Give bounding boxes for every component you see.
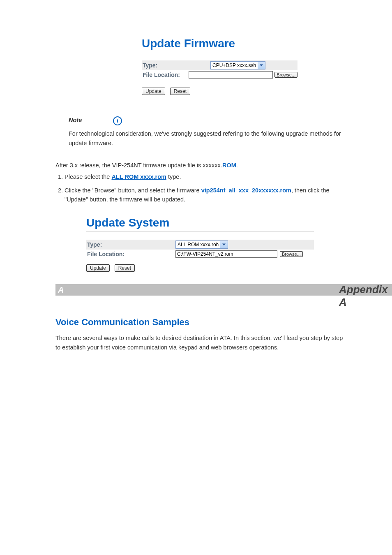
info-icon: i [113, 116, 122, 125]
step-1: Please select the ALL ROM xxxx.rom type. [65, 172, 347, 181]
type-label: Type: [86, 241, 175, 248]
instructions-block: After 3.x release, the VIP-254NT firmwar… [55, 161, 347, 204]
appendix-letter: A [58, 285, 64, 295]
instr-line1-c: . [236, 162, 238, 169]
panel-heading: Update Firmware [142, 37, 297, 50]
divider [86, 231, 314, 231]
appendix-section: Voice Communication Samples There are se… [55, 317, 347, 352]
buttons-row: Update Reset [142, 88, 297, 95]
type-row: Type: CPU+DSP xxxx.ssh [142, 60, 297, 70]
file-path-input[interactable]: C:\FW-VIP254NT_v2.rom [175, 250, 277, 258]
browse-button[interactable]: Browse... [274, 72, 297, 78]
file-label: File Location: [86, 251, 175, 257]
type-label: Type: [142, 62, 210, 69]
reset-button[interactable]: Reset [170, 88, 190, 95]
panel-heading: Update System [86, 216, 314, 229]
update-firmware-panel: Update Firmware Type: CPU+DSP xxxx.ssh F… [142, 37, 297, 95]
type-select[interactable]: CPU+DSP xxxx.ssh [210, 61, 265, 69]
file-row: File Location: C:\FW-VIP254NT_v2.rom Bro… [86, 250, 314, 259]
chevron-down-icon [220, 241, 228, 248]
step-2: Clicke the "Browse" button, and select t… [65, 186, 347, 204]
file-label: File Location: [142, 72, 189, 78]
note-title: Note [69, 117, 82, 123]
update-button[interactable]: Update [86, 264, 110, 272]
type-select[interactable]: ALL ROM xxxx.roh [175, 240, 228, 249]
chevron-down-icon [258, 62, 265, 69]
buttons-row: Update Reset [86, 264, 314, 272]
instr-line1-b: ROM [222, 162, 236, 169]
type-select-value: CPU+DSP xxxx.ssh [211, 62, 258, 69]
type-select-value: ALL ROM xxxx.roh [176, 241, 220, 248]
appendix-a-overline: Appendix A [339, 283, 347, 309]
type-row: Type: ALL ROM xxxx.roh [86, 240, 314, 250]
appendix-title: Voice Communication Samples [55, 317, 347, 328]
file-path-input[interactable] [189, 71, 273, 79]
update-system-panel: Update System Type: ALL ROM xxxx.roh Fil… [86, 216, 314, 272]
reset-button[interactable]: Reset [115, 264, 135, 272]
file-row: File Location: Browse... [142, 70, 297, 79]
update-button[interactable]: Update [142, 88, 165, 95]
appendix-body: There are several ways to make calls to … [55, 333, 347, 352]
divider [142, 52, 297, 52]
browse-button[interactable]: Browse... [280, 251, 303, 257]
instr-line1-a: After 3.x release, the VIP-254NT firmwar… [55, 162, 222, 169]
note-block: i Note For technological consideration, … [55, 116, 347, 148]
note-body: For technological consideration, we've s… [69, 130, 341, 146]
